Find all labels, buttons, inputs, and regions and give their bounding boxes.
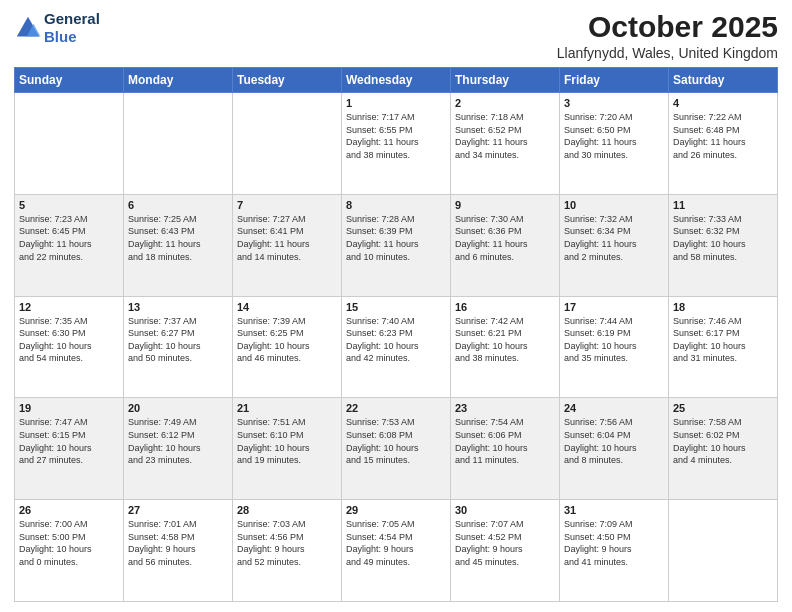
day-info: Sunrise: 7:56 AM Sunset: 6:04 PM Dayligh… — [564, 416, 664, 466]
day-number: 14 — [237, 301, 337, 313]
day-info: Sunrise: 7:00 AM Sunset: 5:00 PM Dayligh… — [19, 518, 119, 568]
day-info: Sunrise: 7:30 AM Sunset: 6:36 PM Dayligh… — [455, 213, 555, 263]
day-cell — [15, 93, 124, 195]
day-cell: 6Sunrise: 7:25 AM Sunset: 6:43 PM Daylig… — [124, 194, 233, 296]
day-cell: 9Sunrise: 7:30 AM Sunset: 6:36 PM Daylig… — [451, 194, 560, 296]
day-number: 24 — [564, 402, 664, 414]
day-number: 29 — [346, 504, 446, 516]
day-info: Sunrise: 7:18 AM Sunset: 6:52 PM Dayligh… — [455, 111, 555, 161]
day-number: 27 — [128, 504, 228, 516]
day-info: Sunrise: 7:28 AM Sunset: 6:39 PM Dayligh… — [346, 213, 446, 263]
day-number: 20 — [128, 402, 228, 414]
day-cell — [233, 93, 342, 195]
day-info: Sunrise: 7:37 AM Sunset: 6:27 PM Dayligh… — [128, 315, 228, 365]
day-info: Sunrise: 7:03 AM Sunset: 4:56 PM Dayligh… — [237, 518, 337, 568]
day-number: 17 — [564, 301, 664, 313]
weekday-header-sunday: Sunday — [15, 68, 124, 93]
day-info: Sunrise: 7:51 AM Sunset: 6:10 PM Dayligh… — [237, 416, 337, 466]
day-info: Sunrise: 7:46 AM Sunset: 6:17 PM Dayligh… — [673, 315, 773, 365]
calendar-table: SundayMondayTuesdayWednesdayThursdayFrid… — [14, 67, 778, 602]
day-number: 13 — [128, 301, 228, 313]
weekday-header-monday: Monday — [124, 68, 233, 93]
week-row-2: 5Sunrise: 7:23 AM Sunset: 6:45 PM Daylig… — [15, 194, 778, 296]
day-cell: 25Sunrise: 7:58 AM Sunset: 6:02 PM Dayli… — [669, 398, 778, 500]
calendar-subtitle: Llanfynydd, Wales, United Kingdom — [557, 45, 778, 61]
day-number: 19 — [19, 402, 119, 414]
day-number: 7 — [237, 199, 337, 211]
day-cell: 28Sunrise: 7:03 AM Sunset: 4:56 PM Dayli… — [233, 500, 342, 602]
day-cell: 8Sunrise: 7:28 AM Sunset: 6:39 PM Daylig… — [342, 194, 451, 296]
day-info: Sunrise: 7:33 AM Sunset: 6:32 PM Dayligh… — [673, 213, 773, 263]
day-info: Sunrise: 7:07 AM Sunset: 4:52 PM Dayligh… — [455, 518, 555, 568]
day-cell: 18Sunrise: 7:46 AM Sunset: 6:17 PM Dayli… — [669, 296, 778, 398]
day-info: Sunrise: 7:05 AM Sunset: 4:54 PM Dayligh… — [346, 518, 446, 568]
logo-icon — [14, 14, 42, 42]
day-cell: 30Sunrise: 7:07 AM Sunset: 4:52 PM Dayli… — [451, 500, 560, 602]
day-number: 12 — [19, 301, 119, 313]
day-info: Sunrise: 7:22 AM Sunset: 6:48 PM Dayligh… — [673, 111, 773, 161]
day-cell: 31Sunrise: 7:09 AM Sunset: 4:50 PM Dayli… — [560, 500, 669, 602]
day-number: 26 — [19, 504, 119, 516]
day-cell: 24Sunrise: 7:56 AM Sunset: 6:04 PM Dayli… — [560, 398, 669, 500]
day-cell: 23Sunrise: 7:54 AM Sunset: 6:06 PM Dayli… — [451, 398, 560, 500]
day-number: 8 — [346, 199, 446, 211]
day-info: Sunrise: 7:27 AM Sunset: 6:41 PM Dayligh… — [237, 213, 337, 263]
day-cell: 22Sunrise: 7:53 AM Sunset: 6:08 PM Dayli… — [342, 398, 451, 500]
day-cell: 27Sunrise: 7:01 AM Sunset: 4:58 PM Dayli… — [124, 500, 233, 602]
weekday-header-wednesday: Wednesday — [342, 68, 451, 93]
day-info: Sunrise: 7:49 AM Sunset: 6:12 PM Dayligh… — [128, 416, 228, 466]
day-number: 16 — [455, 301, 555, 313]
day-info: Sunrise: 7:42 AM Sunset: 6:21 PM Dayligh… — [455, 315, 555, 365]
day-info: Sunrise: 7:20 AM Sunset: 6:50 PM Dayligh… — [564, 111, 664, 161]
title-block: October 2025 Llanfynydd, Wales, United K… — [557, 10, 778, 61]
day-cell: 1Sunrise: 7:17 AM Sunset: 6:55 PM Daylig… — [342, 93, 451, 195]
day-number: 6 — [128, 199, 228, 211]
day-info: Sunrise: 7:47 AM Sunset: 6:15 PM Dayligh… — [19, 416, 119, 466]
day-cell: 20Sunrise: 7:49 AM Sunset: 6:12 PM Dayli… — [124, 398, 233, 500]
day-info: Sunrise: 7:40 AM Sunset: 6:23 PM Dayligh… — [346, 315, 446, 365]
weekday-header-row: SundayMondayTuesdayWednesdayThursdayFrid… — [15, 68, 778, 93]
day-number: 2 — [455, 97, 555, 109]
day-number: 4 — [673, 97, 773, 109]
day-cell: 4Sunrise: 7:22 AM Sunset: 6:48 PM Daylig… — [669, 93, 778, 195]
weekday-header-tuesday: Tuesday — [233, 68, 342, 93]
day-info: Sunrise: 7:54 AM Sunset: 6:06 PM Dayligh… — [455, 416, 555, 466]
day-cell: 21Sunrise: 7:51 AM Sunset: 6:10 PM Dayli… — [233, 398, 342, 500]
logo-line1: General — [44, 10, 100, 28]
week-row-5: 26Sunrise: 7:00 AM Sunset: 5:00 PM Dayli… — [15, 500, 778, 602]
day-number: 18 — [673, 301, 773, 313]
day-info: Sunrise: 7:32 AM Sunset: 6:34 PM Dayligh… — [564, 213, 664, 263]
day-cell: 15Sunrise: 7:40 AM Sunset: 6:23 PM Dayli… — [342, 296, 451, 398]
day-cell — [669, 500, 778, 602]
day-info: Sunrise: 7:01 AM Sunset: 4:58 PM Dayligh… — [128, 518, 228, 568]
day-cell: 11Sunrise: 7:33 AM Sunset: 6:32 PM Dayli… — [669, 194, 778, 296]
day-cell: 2Sunrise: 7:18 AM Sunset: 6:52 PM Daylig… — [451, 93, 560, 195]
day-number: 30 — [455, 504, 555, 516]
day-info: Sunrise: 7:35 AM Sunset: 6:30 PM Dayligh… — [19, 315, 119, 365]
day-number: 5 — [19, 199, 119, 211]
day-info: Sunrise: 7:44 AM Sunset: 6:19 PM Dayligh… — [564, 315, 664, 365]
week-row-3: 12Sunrise: 7:35 AM Sunset: 6:30 PM Dayli… — [15, 296, 778, 398]
day-number: 10 — [564, 199, 664, 211]
day-cell: 12Sunrise: 7:35 AM Sunset: 6:30 PM Dayli… — [15, 296, 124, 398]
day-number: 21 — [237, 402, 337, 414]
day-info: Sunrise: 7:17 AM Sunset: 6:55 PM Dayligh… — [346, 111, 446, 161]
day-number: 22 — [346, 402, 446, 414]
day-cell — [124, 93, 233, 195]
day-number: 28 — [237, 504, 337, 516]
day-info: Sunrise: 7:53 AM Sunset: 6:08 PM Dayligh… — [346, 416, 446, 466]
day-number: 31 — [564, 504, 664, 516]
day-info: Sunrise: 7:23 AM Sunset: 6:45 PM Dayligh… — [19, 213, 119, 263]
day-cell: 10Sunrise: 7:32 AM Sunset: 6:34 PM Dayli… — [560, 194, 669, 296]
day-cell: 7Sunrise: 7:27 AM Sunset: 6:41 PM Daylig… — [233, 194, 342, 296]
week-row-1: 1Sunrise: 7:17 AM Sunset: 6:55 PM Daylig… — [15, 93, 778, 195]
day-cell: 17Sunrise: 7:44 AM Sunset: 6:19 PM Dayli… — [560, 296, 669, 398]
logo: General Blue — [14, 10, 100, 46]
day-number: 25 — [673, 402, 773, 414]
weekday-header-thursday: Thursday — [451, 68, 560, 93]
calendar-title: October 2025 — [557, 10, 778, 43]
page: General Blue October 2025 Llanfynydd, Wa… — [0, 0, 792, 612]
day-cell: 29Sunrise: 7:05 AM Sunset: 4:54 PM Dayli… — [342, 500, 451, 602]
day-cell: 19Sunrise: 7:47 AM Sunset: 6:15 PM Dayli… — [15, 398, 124, 500]
week-row-4: 19Sunrise: 7:47 AM Sunset: 6:15 PM Dayli… — [15, 398, 778, 500]
